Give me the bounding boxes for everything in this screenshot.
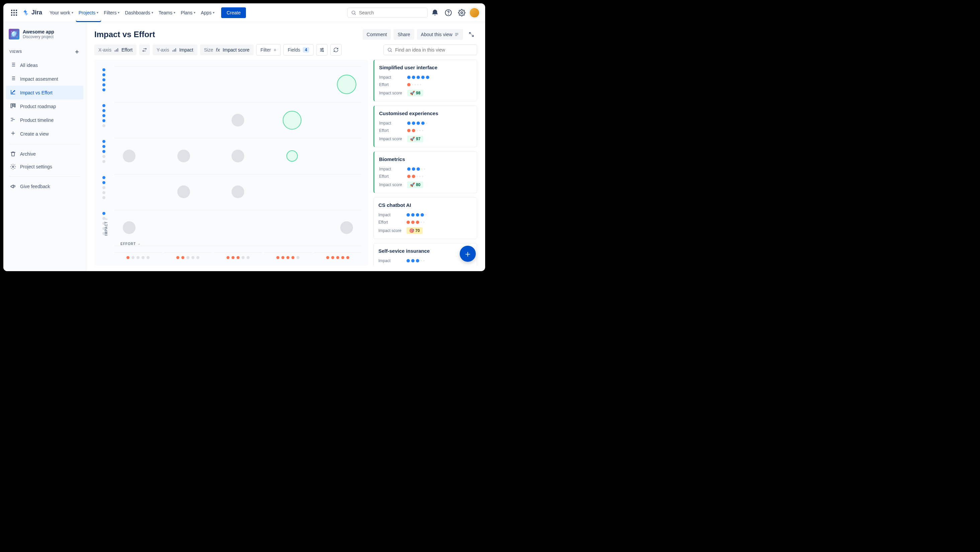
nav-dashboards[interactable]: Dashboards▾ [122,3,156,22]
svg-rect-16 [175,48,176,51]
sidebar-item-label: Give feedback [20,184,50,189]
about-view-button[interactable]: About this view [417,29,463,40]
nav-plans[interactable]: Plans▾ [178,3,198,22]
chevron-down-icon: ▾ [97,11,99,14]
chart-bubble[interactable] [177,150,190,162]
chevron-down-icon: ▾ [118,11,119,14]
expand-icon [468,32,474,37]
chart-bubble[interactable] [232,185,244,198]
configure-button[interactable] [316,44,328,56]
effort-dots [407,220,425,224]
add-view-icon[interactable]: ＋ [74,48,80,56]
create-fab[interactable]: ＋ [460,246,476,262]
find-idea-box[interactable] [383,45,477,55]
sidebar-settings[interactable]: Project settings [6,160,83,173]
jira-logo[interactable]: Jira [22,9,42,16]
search-input[interactable] [359,10,424,15]
sidebar-item-label: Impact assesment [20,76,58,82]
svg-point-3 [461,12,463,14]
megaphone-icon [10,183,16,190]
sidebar-item-label: All ideas [20,62,38,68]
sidebar-item-impact-assesment[interactable]: Impact assesment [6,72,83,86]
notifications-icon[interactable] [429,7,441,19]
size-chip[interactable]: Size fx Impact score [200,45,254,55]
filter-chip[interactable]: Filter + [256,44,281,56]
nav-teams[interactable]: Teams▾ [156,3,178,22]
idea-card[interactable]: BiometricsImpactEffortImpact score🚀 80 [374,151,477,193]
fields-count-badge: 4 [303,47,309,53]
effort-dots [407,175,423,178]
project-subtitle: Discovery project [23,35,54,39]
nav-item-label: Filters [104,10,116,15]
impact-dots [407,76,429,79]
nav-apps[interactable]: Apps▾ [198,3,217,22]
chart-bubble[interactable] [123,221,135,234]
sidebar-item-product-timeline[interactable]: Product timeline [6,113,83,127]
nav-filters[interactable]: Filters▾ [101,3,122,22]
idea-card[interactable]: Customised experiencesImpactEffortImpact… [374,105,477,147]
sidebar-feedback[interactable]: Give feedback [6,180,83,193]
sidebar-item-impact-vs-effort[interactable]: Impact vs Effort [6,86,83,99]
chart-bubble[interactable] [337,75,356,94]
fullscreen-button[interactable] [466,29,477,40]
brand-name: Jira [32,9,42,16]
chart-bubble[interactable] [340,221,353,234]
chart-bubble[interactable] [232,150,244,162]
effort-dots [407,129,423,132]
plus-icon: + [274,47,276,53]
chart-bubble[interactable] [283,111,301,129]
svg-rect-11 [115,50,115,51]
help-icon[interactable] [442,7,454,19]
impact-score-chip: 🚀 98 [407,90,423,96]
sidebar-item-label: Archive [20,151,36,157]
app-switcher-icon[interactable] [9,7,19,18]
list-icon [10,62,16,69]
global-search[interactable] [347,8,428,18]
list-icon [454,32,459,37]
settings-icon[interactable] [456,7,468,19]
sidebar-archive[interactable]: Archive [6,148,83,160]
create-button[interactable]: Create [221,7,246,18]
chart-bubble[interactable] [123,150,135,162]
idea-card[interactable]: Simplified user interfaceImpactEffortImp… [374,60,477,101]
bars-icon [114,48,119,52]
plus-icon [10,130,16,137]
avatar[interactable] [469,7,480,18]
sidebar-item-all-ideas[interactable]: All ideas [6,58,83,72]
impact-score-chip: 🚀 80 [407,182,423,188]
find-idea-input[interactable] [395,47,473,53]
search-icon [387,47,393,53]
svg-point-18 [321,49,322,51]
nav-item-label: Apps [201,10,212,15]
nav-projects[interactable]: Projects▾ [76,3,101,22]
sidebar-item-create-a-view[interactable]: Create a view [6,127,83,140]
comment-button[interactable]: Comment [363,29,391,40]
idea-card[interactable]: CS chatbot AIImpactEffortImpact score🎯 7… [374,197,477,239]
sidebar-item-label: Create a view [20,131,49,137]
fields-chip[interactable]: Fields 4 [283,44,313,56]
svg-point-0 [352,11,355,14]
matrix-chart[interactable]: IMPACT ↑ EFFORT → [94,60,368,266]
yaxis-chip[interactable]: Y-axis Impact [153,45,197,55]
card-title: Simplified user interface [379,65,472,70]
chevron-down-icon: ▾ [72,11,73,14]
impact-score-chip: 🚀 97 [407,136,423,142]
nav-your-work[interactable]: Your work▾ [47,3,76,22]
effort-dots [407,83,421,86]
xaxis-chip[interactable]: X-axis Effort [94,45,137,55]
impact-dots [407,213,426,217]
card-title: CS chatbot AI [379,202,472,208]
sidebar-item-label: Product roadmap [20,104,56,109]
svg-point-10 [13,166,14,168]
chart-bubble[interactable] [177,185,190,198]
project-header[interactable]: 🪩 Awesome app Discovery project [6,27,83,45]
chart-bubble[interactable] [232,114,244,126]
swap-axes-button[interactable] [139,45,150,55]
nav-item-label: Projects [79,10,96,15]
impact-dots [407,121,427,125]
share-button[interactable]: Share [393,29,414,40]
refresh-button[interactable] [330,44,342,56]
chart-bubble[interactable] [286,150,298,162]
card-title: Biometrics [379,156,472,162]
sidebar-item-product-roadmap[interactable]: Product roadmap [6,99,83,113]
